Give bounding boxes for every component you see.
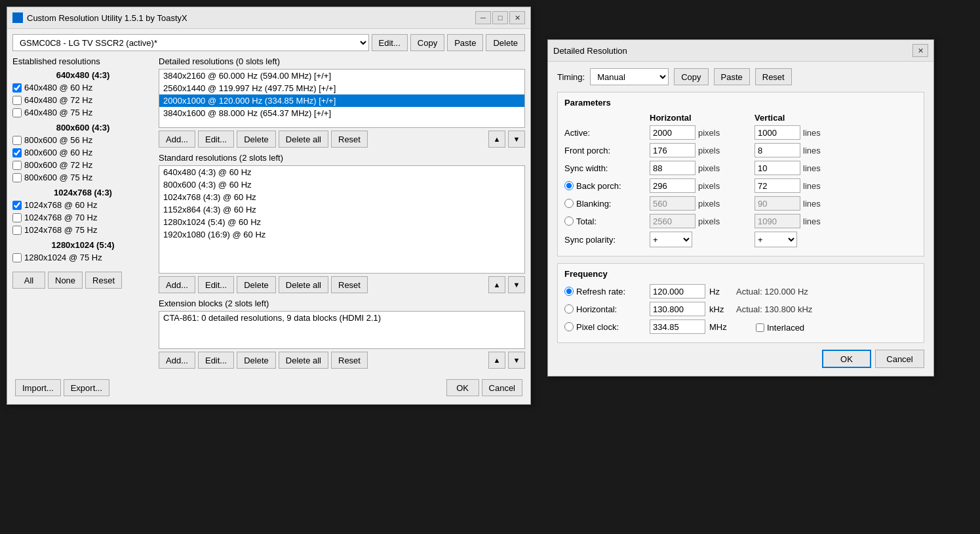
edit-button[interactable]: Edit... xyxy=(372,34,408,51)
list-item[interactable]: 1920x1080 (16:9) @ 60 Hz xyxy=(159,228,524,241)
checkbox-800-56[interactable] xyxy=(12,136,22,145)
refresh-rate-radio[interactable] xyxy=(564,287,574,296)
standard-reset-button[interactable]: Reset xyxy=(331,276,368,293)
standard-delete-all-button[interactable]: Delete all xyxy=(279,276,328,293)
sync-width-h-input[interactable] xyxy=(650,161,696,175)
checkbox-1024-60[interactable] xyxy=(12,201,22,210)
detail-paste-button[interactable]: Paste xyxy=(714,68,750,85)
main-window-title: Custom Resolution Utility 1.5.1 by Toast… xyxy=(27,13,187,23)
list-item-selected[interactable]: 2000x1000 @ 120.000 Hz (334.85 MHz) [+/+… xyxy=(159,94,524,107)
horizontal-freq-radio[interactable] xyxy=(564,304,574,314)
interlaced-checkbox[interactable] xyxy=(756,323,764,332)
detailed-delete-all-button[interactable]: Delete all xyxy=(279,131,328,148)
sync-polarity-h-select[interactable]: + - xyxy=(650,232,692,247)
extension-add-button[interactable]: Add... xyxy=(159,352,195,369)
list-item[interactable]: 1280x1024 (5:4) @ 60 Hz xyxy=(159,216,524,228)
blanking-radio[interactable] xyxy=(564,199,574,208)
main-cancel-button[interactable]: Cancel xyxy=(482,379,522,396)
list-item[interactable]: CTA-861: 0 detailed resolutions, 9 data … xyxy=(159,312,524,324)
front-porch-v-input[interactable] xyxy=(755,143,800,157)
detailed-down-button[interactable]: ▼ xyxy=(508,131,525,148)
detailed-list[interactable]: 3840x2160 @ 60.000 Hz (594.00 MHz) [+/+]… xyxy=(159,69,525,128)
checkbox-1280-75[interactable] xyxy=(12,253,22,262)
active-v-input[interactable] xyxy=(755,125,800,140)
detail-reset-button[interactable]: Reset xyxy=(755,68,792,85)
checkbox-800-60[interactable] xyxy=(12,148,22,157)
list-item[interactable]: 3840x2160 @ 60.000 Hz (594.00 MHz) [+/+] xyxy=(159,70,524,82)
detail-title-bar: Detailed Resolution ✕ xyxy=(548,40,933,62)
device-dropdown[interactable]: GSMC0C8 - LG TV SSCR2 (active)* xyxy=(12,34,369,51)
total-radio[interactable] xyxy=(564,216,574,226)
maximize-button[interactable]: □ xyxy=(492,11,508,24)
back-porch-radio[interactable] xyxy=(564,181,574,190)
extension-list[interactable]: CTA-861: 0 detailed resolutions, 9 data … xyxy=(159,311,525,349)
checkbox-1024-75[interactable] xyxy=(12,226,22,235)
checkbox-800-75[interactable] xyxy=(12,173,22,182)
extension-reset-button[interactable]: Reset xyxy=(331,352,368,369)
checkbox-640-75[interactable] xyxy=(12,108,22,117)
extension-delete-all-button[interactable]: Delete all xyxy=(279,352,328,369)
all-button[interactable]: All xyxy=(12,272,45,289)
extension-down-button[interactable]: ▼ xyxy=(508,352,525,369)
import-button[interactable]: Import... xyxy=(15,379,61,396)
standard-list[interactable]: 640x480 (4:3) @ 60 Hz 800x600 (4:3) @ 60… xyxy=(159,165,525,274)
standard-edit-button[interactable]: Edit... xyxy=(198,276,234,293)
close-button[interactable]: ✕ xyxy=(509,11,525,24)
detailed-delete-button[interactable]: Delete xyxy=(237,131,276,148)
check-label-640-75: 640x480 @ 75 Hz xyxy=(24,108,92,117)
main-ok-button[interactable]: OK xyxy=(446,379,479,396)
checkbox-640-60[interactable] xyxy=(12,83,22,92)
detail-copy-button[interactable]: Copy xyxy=(674,68,708,85)
extension-section-label: Extension blocks (2 slots left) xyxy=(159,298,525,308)
standard-up-button[interactable]: ▲ xyxy=(488,276,505,293)
front-porch-h-input[interactable] xyxy=(650,143,696,157)
check-label-640-60: 640x480 @ 60 Hz xyxy=(24,83,92,92)
list-item[interactable]: 2560x1440 @ 119.997 Hz (497.75 MHz) [+/+… xyxy=(159,82,524,94)
reset-established-button[interactable]: Reset xyxy=(85,272,122,289)
list-item[interactable]: 800x600 (4:3) @ 60 Hz xyxy=(159,178,524,191)
list-item[interactable]: 640x480 (4:3) @ 60 Hz xyxy=(159,166,524,178)
extension-up-button[interactable]: ▲ xyxy=(488,352,505,369)
detail-cancel-button[interactable]: Cancel xyxy=(875,350,924,368)
freq-refresh-row: Refresh rate: Hz Actual: 120.000 Hz xyxy=(564,284,917,298)
detailed-add-button[interactable]: Add... xyxy=(159,131,195,148)
timing-dropdown[interactable]: Manual xyxy=(590,68,669,85)
back-porch-h-unit: pixels xyxy=(698,181,721,191)
checkbox-1024-70[interactable] xyxy=(12,213,22,222)
export-button[interactable]: Export... xyxy=(64,379,109,396)
standard-delete-button[interactable]: Delete xyxy=(237,276,276,293)
pixel-clock-input[interactable] xyxy=(650,319,705,334)
list-item[interactable]: 1152x864 (4:3) @ 60 Hz xyxy=(159,203,524,216)
active-h-input[interactable] xyxy=(650,125,696,140)
standard-add-button[interactable]: Add... xyxy=(159,276,195,293)
copy-button[interactable]: Copy xyxy=(410,34,444,51)
paste-button[interactable]: Paste xyxy=(447,34,483,51)
minimize-button[interactable]: ─ xyxy=(475,11,491,24)
sync-width-h-unit: pixels xyxy=(698,163,721,173)
detailed-edit-button[interactable]: Edit... xyxy=(198,131,234,148)
none-button[interactable]: None xyxy=(48,272,83,289)
horizontal-freq-input[interactable] xyxy=(650,302,705,316)
pixel-clock-radio[interactable] xyxy=(564,322,574,331)
extension-edit-button[interactable]: Edit... xyxy=(198,352,234,369)
sync-polarity-h-cell: + - xyxy=(650,232,755,247)
delete-button[interactable]: Delete xyxy=(486,34,525,51)
back-porch-h-input[interactable] xyxy=(650,178,696,193)
sync-width-v-input[interactable] xyxy=(755,161,800,175)
refresh-rate-input[interactable] xyxy=(650,284,705,298)
detailed-up-button[interactable]: ▲ xyxy=(488,131,505,148)
back-porch-v-input[interactable] xyxy=(755,178,800,193)
list-item[interactable]: 1024x768 (4:3) @ 60 Hz xyxy=(159,191,524,203)
checkbox-640-72[interactable] xyxy=(12,96,22,105)
standard-down-button[interactable]: ▼ xyxy=(508,276,525,293)
checkbox-800-72[interactable] xyxy=(12,161,22,170)
list-item[interactable]: 3840x1600 @ 88.000 Hz (654.37 MHz) [+/+] xyxy=(159,107,524,119)
extension-delete-button[interactable]: Delete xyxy=(237,352,276,369)
back-porch-h-cell: pixels xyxy=(650,178,755,193)
sync-polarity-v-select[interactable]: + - xyxy=(755,232,797,247)
detail-close-button[interactable]: ✕ xyxy=(912,44,928,57)
detailed-reset-button[interactable]: Reset xyxy=(331,131,368,148)
params-total-row: Total: pixels lines xyxy=(564,214,917,228)
total-h-input xyxy=(650,214,696,228)
detail-ok-button[interactable]: OK xyxy=(822,350,871,368)
